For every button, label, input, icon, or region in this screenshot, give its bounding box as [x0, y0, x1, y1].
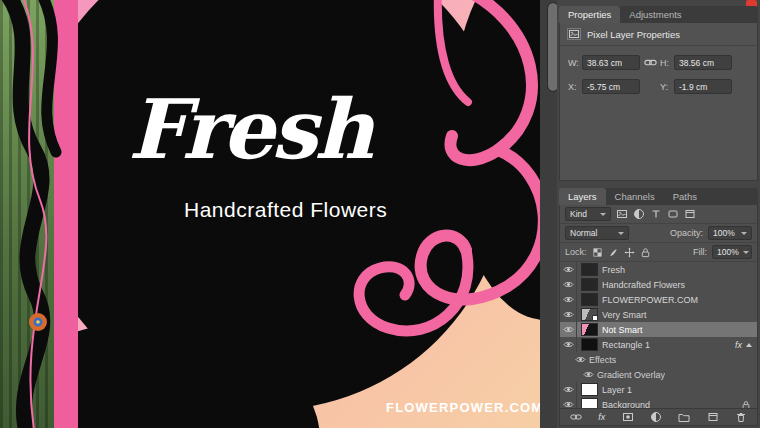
- add-layer-style-icon[interactable]: fx: [598, 412, 605, 422]
- layer-row-gradient-overlay[interactable]: Gradient Overlay: [560, 367, 757, 382]
- visibility-eye-icon[interactable]: [560, 397, 577, 408]
- lock-position-icon[interactable]: [624, 247, 635, 258]
- layer-row-handcrafted-flowers[interactable]: Handcrafted Flowers: [560, 277, 757, 292]
- layer-name: Layer 1: [602, 385, 632, 395]
- gradient-overlay-label: Gradient Overlay: [597, 370, 665, 380]
- properties-header: Pixel Layer Properties: [560, 23, 757, 46]
- artwork-subheadline: Handcrafted Flowers: [184, 198, 387, 222]
- layer-thumbnail[interactable]: [582, 324, 597, 335]
- width-field[interactable]: 38.63 cm: [582, 55, 640, 70]
- layers-footer-toolbar: fx: [560, 408, 757, 425]
- filter-adjustment-icon[interactable]: [633, 208, 645, 220]
- lock-transparency-icon[interactable]: [592, 247, 603, 258]
- lock-pixels-icon[interactable]: [608, 247, 619, 258]
- opacity-select[interactable]: 100%: [708, 226, 752, 240]
- visibility-eye-icon[interactable]: [572, 352, 589, 367]
- link-layers-icon[interactable]: [570, 411, 582, 423]
- layer-name: Background: [602, 400, 650, 409]
- layer-row-not-smart[interactable]: Not Smart: [560, 322, 757, 337]
- y-label: Y:: [660, 82, 674, 92]
- layer-filter-row: Kind: [560, 205, 757, 224]
- tab-layers[interactable]: Layers: [559, 188, 606, 205]
- layer-thumbnail[interactable]: [582, 399, 597, 408]
- fill-select[interactable]: 100%: [712, 245, 752, 259]
- new-group-icon[interactable]: [678, 411, 690, 423]
- visibility-eye-icon[interactable]: [560, 382, 577, 397]
- delete-layer-icon[interactable]: [735, 411, 747, 423]
- background-lock-icon: [741, 400, 757, 409]
- layers-tabstrip: Layers Channels Paths: [559, 188, 758, 205]
- width-label: W:: [568, 58, 582, 68]
- tab-adjustments[interactable]: Adjustments: [620, 6, 690, 23]
- properties-panel: Pixel Layer Properties W: 38.63 cm H: 38…: [559, 23, 758, 181]
- layer-name: Very Smart: [602, 310, 647, 320]
- filter-type-icon[interactable]: [650, 208, 662, 220]
- layer-row-background[interactable]: Background: [560, 397, 757, 408]
- visibility-eye-icon[interactable]: [560, 292, 577, 307]
- layer-row-very-smart[interactable]: Very Smart: [560, 307, 757, 322]
- visibility-eye-icon[interactable]: [560, 337, 577, 352]
- canvas-scrollbar[interactable]: [540, 0, 557, 428]
- layer-row-layer-1[interactable]: Layer 1: [560, 382, 757, 397]
- layer-row-rectangle-1[interactable]: Rectangle 1 fx: [560, 337, 757, 352]
- effects-label: Effects: [589, 355, 616, 365]
- layer-row-fresh[interactable]: Fresh: [560, 262, 757, 277]
- layer-name: Fresh: [602, 265, 625, 275]
- blend-opacity-row: Normal Opacity: 100%: [560, 224, 757, 243]
- layer-thumbnail[interactable]: [582, 279, 597, 290]
- properties-title: Pixel Layer Properties: [587, 29, 680, 40]
- filter-kind-select[interactable]: Kind: [565, 207, 611, 221]
- lock-label: Lock:: [565, 247, 587, 257]
- document-canvas[interactable]: Fresh Handcrafted Flowers FLOWERPOWER.CO…: [0, 0, 540, 428]
- add-layer-mask-icon[interactable]: [622, 411, 634, 423]
- lock-all-icon[interactable]: [640, 247, 651, 258]
- properties-tabstrip: Properties Adjustments: [559, 6, 758, 23]
- layer-thumbnail[interactable]: [582, 339, 597, 350]
- visibility-eye-icon[interactable]: [580, 367, 597, 382]
- pixel-layer-icon: [567, 28, 581, 40]
- filter-pixel-icon[interactable]: [616, 208, 628, 220]
- layer-thumbnail[interactable]: [582, 309, 597, 320]
- smart-object-badge: [592, 315, 598, 321]
- collapse-effects-icon[interactable]: [746, 343, 752, 347]
- new-adjustment-layer-icon[interactable]: [650, 411, 662, 423]
- artwork-footer-url: FLOWERPOWER.COM: [386, 400, 540, 415]
- layer-name: Rectangle 1: [602, 340, 650, 350]
- height-label: H:: [660, 58, 674, 68]
- layer-name: Handcrafted Flowers: [602, 280, 685, 290]
- artwork-headline: Fresh: [128, 88, 371, 170]
- height-field[interactable]: 38.56 cm: [674, 55, 732, 70]
- x-field[interactable]: -5.75 cm: [582, 79, 640, 94]
- tab-properties[interactable]: Properties: [559, 6, 620, 23]
- filter-smart-object-icon[interactable]: [684, 208, 696, 220]
- link-dimensions-icon[interactable]: [640, 56, 660, 69]
- layer-thumbnail[interactable]: [582, 384, 597, 395]
- layer-row-effects[interactable]: Effects: [560, 352, 757, 367]
- layers-panel: Kind Normal Opacity: 100% Lock:: [559, 205, 758, 426]
- panel-dock: Properties Adjustments Pixel Layer Prope…: [557, 0, 760, 428]
- visibility-eye-icon[interactable]: [560, 307, 577, 322]
- fill-label: Fill:: [693, 247, 707, 257]
- x-label: X:: [568, 82, 582, 92]
- layer-thumbnail[interactable]: [582, 294, 597, 305]
- tab-paths[interactable]: Paths: [664, 188, 706, 205]
- y-field[interactable]: -1.9 cm: [674, 79, 732, 94]
- visibility-eye-icon[interactable]: [560, 322, 577, 337]
- layer-row-flowerpower-com[interactable]: FLOWERPOWER.COM: [560, 292, 757, 307]
- lock-fill-row: Lock: Fill: 100%: [560, 243, 757, 262]
- blend-mode-select[interactable]: Normal: [565, 226, 629, 240]
- layer-name: Not Smart: [602, 325, 643, 335]
- visibility-eye-icon[interactable]: [560, 277, 577, 292]
- layer-thumbnail[interactable]: [582, 264, 597, 275]
- photoshop-window: Fresh Handcrafted Flowers FLOWERPOWER.CO…: [0, 0, 760, 428]
- visibility-eye-icon[interactable]: [560, 262, 577, 277]
- filter-shape-icon[interactable]: [667, 208, 679, 220]
- tab-channels[interactable]: Channels: [606, 188, 664, 205]
- flower-photo-dot: [29, 313, 47, 331]
- layer-name: FLOWERPOWER.COM: [602, 295, 698, 305]
- transform-fields: W: 38.63 cm H: 38.56 cm X: -5.75 cm Y: -…: [560, 46, 757, 103]
- layer-list: Fresh Handcrafted Flowers FLOWERPOWER.CO…: [560, 262, 757, 408]
- new-layer-icon[interactable]: [707, 411, 719, 423]
- layer-fx-badge[interactable]: fx: [735, 340, 742, 350]
- opacity-label: Opacity:: [670, 228, 703, 238]
